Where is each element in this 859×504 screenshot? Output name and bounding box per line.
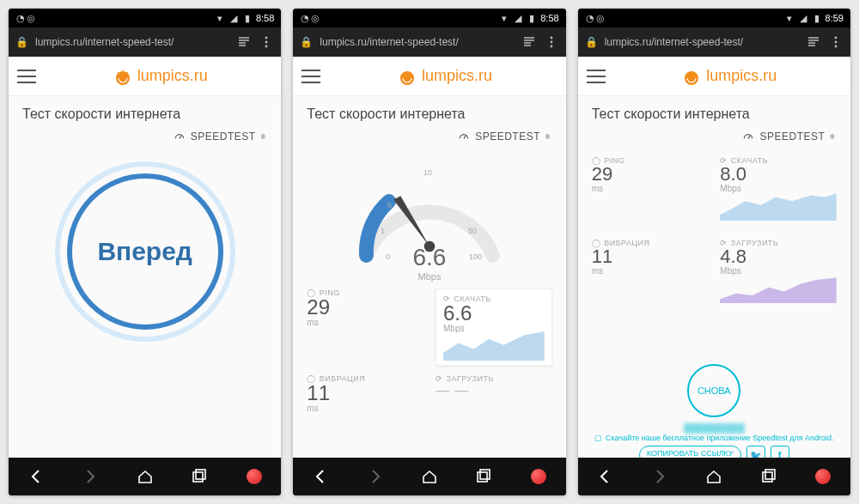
menu-icon[interactable] — [17, 70, 36, 83]
wifi-icon: ▾ — [499, 13, 509, 23]
back-button[interactable] — [591, 463, 618, 490]
address-bar[interactable]: 🔒 lumpics.ru/internet-speed-test/ — [578, 27, 850, 57]
logo-icon — [682, 67, 701, 86]
status-bar: ◔◎ ▾ ◢ ▮ 8:58 — [9, 9, 281, 27]
speedtest-brand: SPEEDTEST® — [578, 127, 850, 149]
svg-marker-23 — [720, 278, 837, 303]
opera-menu-button[interactable] — [241, 463, 268, 490]
svg-point-8 — [550, 41, 552, 44]
phone-screenshot-1: ◔◎ ▾ ◢ ▮ 8:58 🔒 lumpics.ru/internet-spee… — [9, 9, 281, 495]
svg-rect-24 — [763, 472, 772, 482]
facebook-icon: f — [778, 450, 782, 458]
address-bar[interactable]: 🔒 lumpics.ru/internet-speed-test/ — [293, 27, 565, 57]
tabs-button[interactable] — [755, 463, 783, 490]
home-button[interactable] — [700, 463, 728, 490]
page-content: lumpics.ru Тест скорости интернета SPEED… — [293, 57, 565, 458]
menu-icon[interactable] — [587, 70, 606, 83]
download-sparkline — [720, 191, 837, 221]
upload-metric-pending: ⟳ЗАГРУЗИТЬ — — — [436, 374, 552, 413]
jitter-metric: ◯ВИБРАЦИЯ 11 ms — [307, 374, 423, 413]
home-button[interactable] — [131, 463, 159, 490]
svg-point-13 — [424, 241, 436, 252]
speed-gauge: 0 1 5 10 50 100 6.6 Mbps — [293, 155, 565, 282]
shazam-icon: ◎ — [595, 13, 606, 23]
status-bar: ◔◎ ▾◢▮8:59 — [578, 9, 850, 27]
logo-icon — [398, 67, 417, 86]
upload-placeholder: — — — [436, 383, 552, 398]
clock: 8:59 — [825, 13, 844, 23]
svg-point-7 — [550, 37, 552, 39]
site-logo[interactable]: lumpics.ru — [113, 67, 208, 86]
phone-screenshot-2: ◔◎ ▾◢▮8:58 🔒 lumpics.ru/internet-speed-t… — [293, 9, 565, 495]
lock-icon: 🔒 — [585, 36, 598, 48]
signal-icon: ◢ — [513, 13, 523, 23]
opera-menu-button[interactable] — [525, 463, 552, 490]
page-content: lumpics.ru Тест скорости интернета SPEED… — [9, 57, 281, 458]
back-button[interactable] — [307, 463, 334, 490]
site-logo[interactable]: lumpics.ru — [398, 67, 492, 86]
back-button[interactable] — [22, 463, 50, 490]
tabs-button[interactable] — [470, 463, 497, 490]
lock-icon: 🔒 — [15, 36, 28, 48]
menu-icon[interactable] — [302, 70, 320, 83]
reader-icon[interactable] — [521, 34, 537, 50]
svg-point-18 — [835, 41, 838, 44]
url-text: lumpics.ru/internet-speed-test/ — [320, 36, 514, 48]
page-content: lumpics.ru Тест скорости интернета SPEED… — [578, 57, 850, 458]
more-icon[interactable] — [259, 34, 274, 50]
clock: 8:58 — [256, 13, 274, 23]
copy-link-button[interactable]: КОПИРОВАТЬ ССЫЛКУ — [639, 446, 741, 458]
speedtest-brand: SPEEDTEST® — [293, 127, 565, 149]
svg-marker-14 — [443, 331, 545, 361]
gauge-icon — [458, 131, 470, 143]
download-result: ⟳СКАЧАТЬ 8.0 Mbps — [720, 156, 837, 223]
jitter-result: ◯ВИБРАЦИЯ 11 ms — [592, 239, 709, 306]
logo-text: lumpics.ru — [422, 67, 492, 85]
gauge-unit: Mbps — [413, 271, 447, 282]
reader-icon[interactable] — [806, 34, 821, 50]
forward-button — [76, 463, 104, 490]
opera-menu-button[interactable] — [809, 463, 837, 490]
site-logo[interactable]: lumpics.ru — [682, 67, 777, 86]
download-metric-active: ⟳СКАЧАТЬ 6.6 Mbps — [436, 288, 552, 366]
svg-line-4 — [180, 136, 181, 139]
site-header: lumpics.ru — [293, 57, 565, 96]
svg-rect-16 — [480, 470, 490, 479]
gauge-icon — [742, 131, 754, 143]
svg-rect-15 — [478, 472, 487, 482]
bottom-nav — [293, 458, 565, 495]
app-promo[interactable]: ▢ Скачайте наше бесплатное приложение Sp… — [578, 434, 850, 442]
opera-icon — [531, 469, 546, 484]
forward-button — [362, 463, 389, 490]
svg-marker-22 — [720, 193, 837, 221]
home-button[interactable] — [416, 463, 443, 490]
more-icon[interactable] — [544, 34, 559, 50]
again-button[interactable]: СНОВА — [687, 364, 740, 417]
opera-icon — [815, 469, 831, 484]
go-label: Вперед — [97, 237, 192, 266]
page-title: Тест скорости интернета — [293, 96, 565, 127]
svg-point-0 — [265, 37, 268, 39]
svg-line-11 — [464, 136, 466, 139]
svg-point-19 — [835, 46, 838, 48]
shazam-icon: ◎ — [26, 13, 36, 23]
opera-icon — [247, 469, 262, 484]
more-icon[interactable] — [828, 34, 844, 50]
go-button[interactable]: Вперед — [55, 161, 235, 342]
tabs-button[interactable] — [186, 463, 213, 490]
upload-result: ⟳ЗАГРУЗИТЬ 4.8 Mbps — [720, 239, 837, 306]
svg-rect-25 — [765, 470, 775, 479]
site-header: lumpics.ru — [578, 57, 850, 96]
forward-button — [646, 463, 673, 490]
bottom-nav — [578, 458, 850, 495]
signal-icon: ◢ — [798, 13, 808, 23]
signal-icon: ◢ — [228, 13, 239, 23]
address-bar[interactable]: 🔒 lumpics.ru/internet-speed-test/ — [9, 27, 281, 57]
battery-icon: ▮ — [812, 13, 822, 23]
twitter-button[interactable]: 🐦 — [746, 446, 765, 458]
facebook-button[interactable]: f — [771, 446, 789, 458]
clock: 8:58 — [540, 13, 558, 23]
server-info-blurred — [578, 313, 850, 361]
url-text: lumpics.ru/internet-speed-test/ — [35, 36, 229, 48]
reader-icon[interactable] — [236, 34, 252, 50]
